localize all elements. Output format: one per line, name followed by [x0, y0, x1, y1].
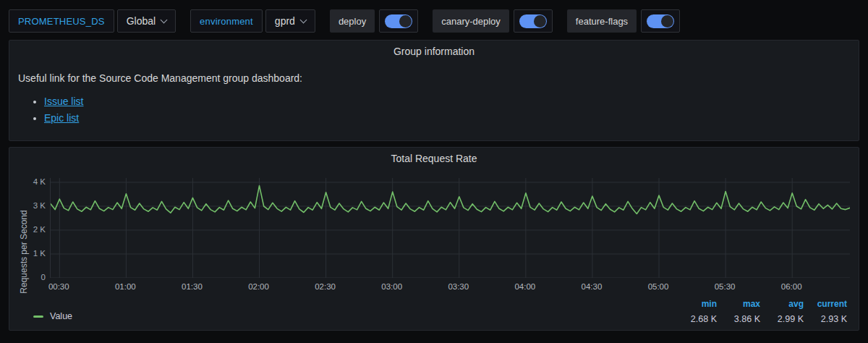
chevron-down-icon	[161, 16, 168, 23]
x-tick-label: 05:00	[642, 282, 674, 291]
legend-series-value[interactable]: Value	[33, 311, 72, 321]
panel-title[interactable]: Group information	[9, 41, 859, 61]
list-item: Issue list	[44, 96, 850, 107]
group-link-list: Issue list Epic list	[44, 96, 850, 124]
stat-value-max: 3.86 K	[717, 314, 760, 324]
chevron-down-icon	[299, 16, 307, 23]
series-name: Value	[50, 311, 72, 321]
dashboard-variables-toolbar: PROMETHEUS_DS Global environment gprd de…	[0, 0, 868, 40]
environment-variable-label: environment	[190, 9, 263, 33]
deploy-toggle[interactable]	[379, 9, 418, 33]
stat-value-current: 2.93 K	[804, 314, 847, 324]
toggle-knob	[534, 15, 546, 27]
time-series-chart: Requests per Second Value min max avg cu…	[9, 168, 859, 330]
environment-variable-value: gprd	[275, 15, 295, 27]
x-tick-label: 01:30	[176, 282, 208, 291]
x-tick-label: 03:00	[376, 282, 408, 291]
series-color-dash-icon	[33, 316, 43, 318]
datasource-variable-label: PROMETHEUS_DS	[9, 9, 114, 33]
toggle-pill	[647, 14, 674, 28]
toggle-knob	[661, 15, 673, 27]
stat-header-min[interactable]: min	[673, 299, 717, 314]
canary-deploy-toggle-label: canary-deploy	[433, 9, 509, 33]
variable-datasource: PROMETHEUS_DS Global	[9, 9, 176, 33]
group-information-body: Useful link for the Source Code Manageme…	[9, 61, 859, 124]
x-tick-label: 04:30	[576, 282, 608, 291]
y-tick-label: 4 K	[33, 177, 46, 186]
toggle-pill	[519, 14, 547, 28]
toggle-knob	[399, 15, 412, 27]
y-tick-label: 0	[41, 273, 46, 281]
x-tick-label: 04:00	[509, 282, 541, 291]
x-tick-label: 05:30	[709, 282, 741, 291]
list-item: Epic list	[44, 112, 850, 124]
y-tick-label: 3 K	[33, 201, 46, 210]
total-request-rate-panel: Total Request Rate Requests per Second V…	[9, 147, 859, 331]
plot-area[interactable]	[50, 178, 850, 278]
panel-title[interactable]: Total Request Rate	[9, 148, 859, 168]
variable-feature-flags: feature-flags	[567, 9, 680, 33]
datasource-variable-dropdown[interactable]: Global	[117, 9, 176, 33]
y-tick-label: 1 K	[33, 249, 46, 258]
y-axis-label: Requests per Second	[19, 208, 29, 295]
issue-list-link[interactable]: Issue list	[44, 96, 83, 107]
x-tick-label: 02:30	[310, 282, 341, 291]
variable-deploy: deploy	[330, 9, 418, 33]
variable-canary-deploy: canary-deploy	[433, 9, 553, 33]
stat-header-max[interactable]: max	[717, 299, 760, 314]
stat-value-avg: 2.99 K	[760, 314, 804, 324]
datasource-variable-value: Global	[127, 15, 156, 27]
group-intro-text: Useful link for the Source Code Manageme…	[18, 72, 850, 84]
x-tick-label: 03:30	[443, 282, 475, 291]
stat-value-min: 2.68 K	[673, 314, 717, 324]
epic-list-link[interactable]: Epic list	[44, 112, 79, 124]
deploy-toggle-label: deploy	[330, 9, 375, 33]
stat-header-avg[interactable]: avg	[760, 299, 804, 314]
x-tick-label: 01:00	[109, 282, 141, 291]
x-tick-label: 02:00	[243, 282, 275, 291]
canary-deploy-toggle[interactable]	[514, 9, 553, 33]
group-information-panel: Group information Useful link for the So…	[9, 40, 859, 141]
feature-flags-toggle[interactable]	[641, 9, 680, 33]
stat-header-current[interactable]: current	[804, 299, 847, 314]
variable-environment: environment gprd	[190, 9, 315, 33]
x-tick-label: 00:30	[43, 282, 75, 291]
y-tick-label: 2 K	[33, 225, 46, 234]
toggle-pill	[385, 14, 412, 28]
environment-variable-dropdown[interactable]: gprd	[265, 9, 315, 33]
x-tick-label: 06:00	[775, 282, 807, 291]
feature-flags-toggle-label: feature-flags	[567, 9, 637, 33]
chart-legend: Value min max avg current 2.68 K 3.86 K …	[33, 299, 847, 324]
legend-stats-table: min max avg current 2.68 K 3.86 K 2.99 K…	[673, 299, 847, 324]
